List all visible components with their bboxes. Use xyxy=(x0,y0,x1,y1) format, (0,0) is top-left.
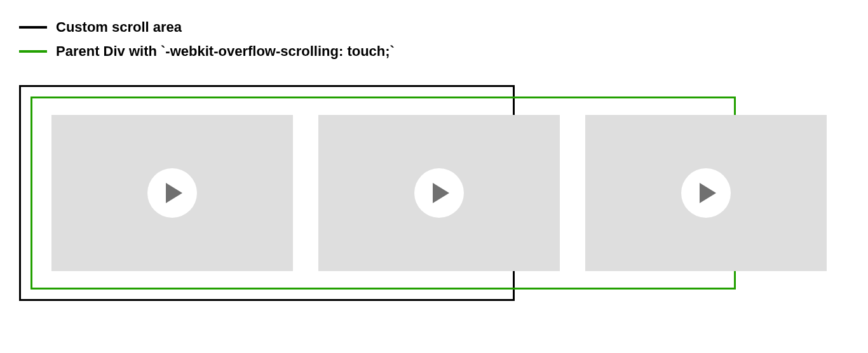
play-icon xyxy=(700,183,716,203)
video-card xyxy=(318,115,560,271)
diagram-area xyxy=(19,85,849,301)
play-button-circle xyxy=(147,168,197,218)
video-card xyxy=(51,115,293,271)
play-button-circle xyxy=(414,168,464,218)
legend-label: Custom scroll area xyxy=(56,19,182,36)
legend: Custom scroll area Parent Div with `-web… xyxy=(19,19,849,60)
legend-item-parent-div: Parent Div with `-webkit-overflow-scroll… xyxy=(19,43,849,60)
play-icon xyxy=(166,183,182,203)
parent-div-box xyxy=(31,97,736,290)
play-button-circle xyxy=(681,168,731,218)
video-card xyxy=(585,115,827,271)
legend-label: Parent Div with `-webkit-overflow-scroll… xyxy=(56,43,395,60)
play-icon xyxy=(433,183,449,203)
legend-swatch-black xyxy=(19,26,47,29)
legend-item-custom-scroll: Custom scroll area xyxy=(19,19,849,36)
legend-swatch-green xyxy=(19,50,47,53)
